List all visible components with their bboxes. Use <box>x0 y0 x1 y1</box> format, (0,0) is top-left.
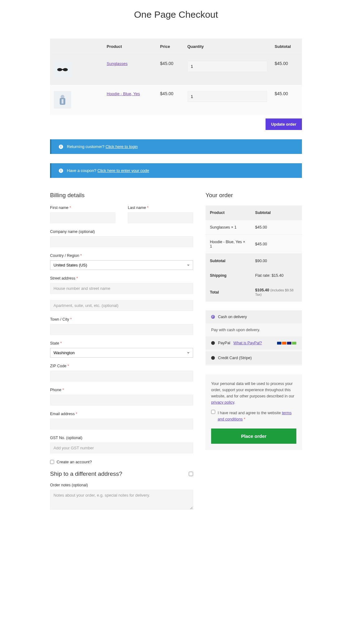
col-subtotal: Subtotal <box>271 39 302 55</box>
country-label: Country / Region * <box>50 253 193 258</box>
zip-label: ZIP Code * <box>50 364 193 368</box>
col-price: Price <box>156 39 184 55</box>
coupon-link[interactable]: Click here to enter your code <box>97 168 149 173</box>
order-heading: Your order <box>206 192 302 199</box>
create-account-label: Create an account? <box>57 460 92 464</box>
order-line: Sunglasses × 1 $45.00 <box>206 220 302 235</box>
login-link[interactable]: Click here to login <box>105 144 137 149</box>
radio-icon <box>211 356 215 360</box>
col-product: Product <box>103 39 156 55</box>
ship-different-checkbox[interactable] <box>189 472 193 476</box>
coupon-notice: i Have a coupon? Click here to enter you… <box>50 163 302 178</box>
country-select[interactable]: United States (US) <box>50 260 193 270</box>
total-label: Total <box>206 283 251 302</box>
subtotal-label: Subtotal <box>206 254 251 268</box>
payment-option-stripe[interactable]: Credit Card (Stripe) <box>206 351 302 364</box>
company-input[interactable] <box>50 236 193 247</box>
cod-description: Pay with cash upon delivery. <box>206 323 302 336</box>
update-order-button[interactable]: Update order <box>266 118 302 130</box>
terms-checkbox[interactable] <box>211 410 215 414</box>
state-label: State * <box>50 341 193 345</box>
cart-row: Sunglasses $45.00 $45.00 <box>50 55 302 85</box>
product-link[interactable]: Sunglasses <box>107 61 127 66</box>
svg-rect-2 <box>62 69 63 70</box>
info-icon: i <box>59 145 63 149</box>
order-notes-label: Order notes (optional) <box>50 483 193 487</box>
city-label: Town / City * <box>50 317 193 322</box>
total-value: $105.40 (includes $9.58 Tax) <box>251 283 302 302</box>
first-name-input[interactable] <box>50 212 115 223</box>
svg-point-0 <box>57 68 62 71</box>
shipping-label: Shipping <box>206 268 251 283</box>
zip-input[interactable] <box>50 371 193 382</box>
login-notice: i Returning customer? Click here to logi… <box>50 139 302 154</box>
product-price: $45.00 <box>156 85 184 115</box>
radio-icon <box>211 341 215 345</box>
col-quantity: Quantity <box>184 39 271 55</box>
quantity-input[interactable] <box>188 91 267 102</box>
product-subtotal: $45.00 <box>271 55 302 85</box>
cart-table: Product Price Quantity Subtotal Sunglass… <box>50 39 302 115</box>
page-title: One Page Checkout <box>50 9 302 20</box>
radio-icon <box>211 315 215 319</box>
order-notes-input[interactable] <box>50 490 193 510</box>
card-logos <box>277 342 296 345</box>
payment-methods: Cash on delivery Pay with cash upon deli… <box>206 310 302 366</box>
product-link[interactable]: Hoodie - Blue, Yes <box>107 91 140 96</box>
product-subtotal: $45.00 <box>271 85 302 115</box>
terms-box: Your personal data will be used to proce… <box>206 374 302 450</box>
state-select[interactable]: Washington <box>50 348 193 358</box>
subtotal-value: $90.00 <box>251 254 302 268</box>
cart-row: Hoodie - Blue, Yes $45.00 $45.00 <box>50 85 302 115</box>
last-name-input[interactable] <box>128 212 193 223</box>
email-label: Email address * <box>50 412 193 416</box>
gst-input[interactable] <box>50 442 193 453</box>
phone-label: Phone * <box>50 388 193 392</box>
order-th-product: Product <box>206 206 251 220</box>
place-order-button[interactable]: Place order <box>211 429 296 444</box>
info-icon: i <box>59 169 63 173</box>
product-thumb <box>54 61 71 78</box>
company-label: Company name (optional) <box>50 229 193 234</box>
svg-point-1 <box>63 68 68 71</box>
billing-heading: Billing details <box>50 192 193 199</box>
city-input[interactable] <box>50 324 193 335</box>
phone-input[interactable] <box>50 395 193 405</box>
street-label: Street address * <box>50 276 193 280</box>
shipping-heading: Ship to a different address? <box>50 470 193 477</box>
order-summary-table: Product Subtotal Sunglasses × 1 $45.00 H… <box>206 206 302 302</box>
first-name-label: First name * <box>50 206 115 210</box>
payment-option-paypal[interactable]: PayPal What is PayPal? <box>206 336 302 350</box>
svg-rect-5 <box>62 99 63 104</box>
gst-label: GST No. (optional) <box>50 436 193 440</box>
street-input[interactable] <box>50 283 193 294</box>
shipping-value: Flat rate: $15.40 <box>251 268 302 283</box>
order-line: Hoodie - Blue, Yes × 1 $45.00 <box>206 235 302 254</box>
product-price: $45.00 <box>156 55 184 85</box>
privacy-policy-link[interactable]: privacy policy <box>211 400 234 405</box>
email-input[interactable] <box>50 419 193 429</box>
create-account-checkbox[interactable] <box>50 460 54 464</box>
product-thumb <box>54 91 71 109</box>
order-th-subtotal: Subtotal <box>251 206 302 220</box>
paypal-help-link[interactable]: What is PayPal? <box>234 341 262 345</box>
last-name-label: Last name * <box>128 206 193 210</box>
quantity-input[interactable] <box>188 61 267 72</box>
street2-input[interactable] <box>50 300 193 311</box>
payment-option-cod[interactable]: Cash on delivery <box>206 310 302 323</box>
